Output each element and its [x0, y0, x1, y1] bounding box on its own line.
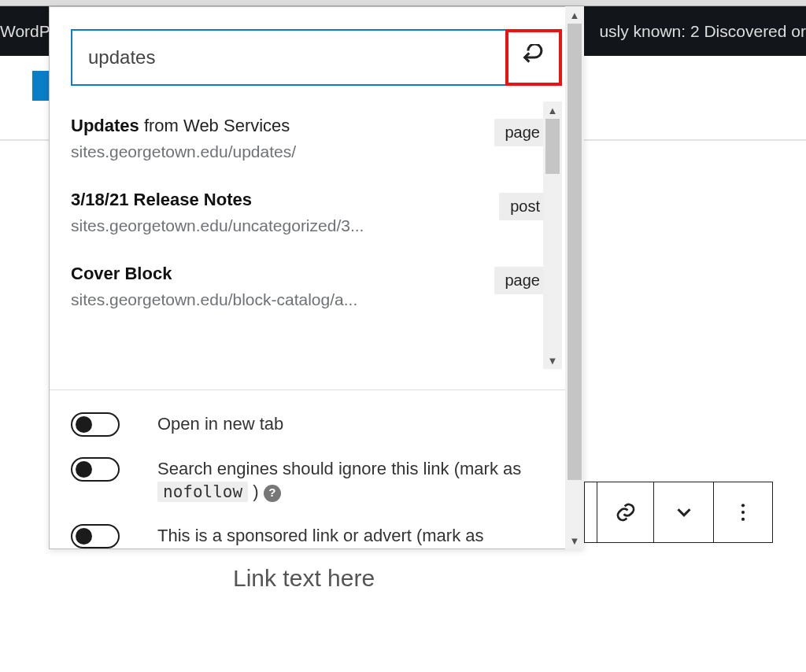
result-title-bold: Updates [71, 116, 139, 135]
option-label: This is a sponsored link or advert (mark… [157, 524, 484, 548]
result-title-rest: from Web Services [139, 116, 290, 135]
toggle-knob [76, 461, 92, 478]
option-nofollow: Search engines should ignore this link (… [71, 457, 562, 504]
block-toolbar [584, 482, 773, 543]
result-title-rest: Cover Block [71, 264, 172, 283]
chevron-down-icon [672, 500, 696, 524]
toggle-sponsored[interactable] [71, 524, 120, 548]
scroll-down-arrow-icon[interactable]: ▼ [570, 532, 580, 549]
result-url: sites.georgetown.edu/block-catalog/a... [71, 290, 494, 309]
toggle-nofollow[interactable] [71, 457, 120, 482]
result-title-rest: 3/18/21 Release Notes [71, 190, 252, 209]
result-title: Updates from Web Services [71, 116, 494, 136]
option-label: Open in new tab [157, 412, 283, 436]
svg-point-0 [741, 504, 745, 507]
link-results-inner[interactable]: Updates from Web Services sites.georgeto… [71, 102, 562, 369]
link-button[interactable] [597, 482, 654, 542]
toggle-knob [76, 416, 92, 433]
option-label: Search engines should ignore this link (… [157, 457, 562, 504]
option-open-new-tab: Open in new tab [71, 412, 562, 437]
result-title: Cover Block [71, 264, 494, 284]
option-sponsored: This is a sponsored link or advert (mark… [71, 524, 562, 548]
result-item[interactable]: Updates from Web Services sites.georgeto… [71, 102, 562, 175]
link-popover: Updates from Web Services sites.georgeto… [49, 6, 584, 549]
scroll-down-arrow-icon[interactable]: ▼ [548, 352, 558, 369]
toggle-knob [76, 528, 92, 545]
svg-point-1 [741, 511, 745, 514]
scroll-up-arrow-icon[interactable]: ▲ [570, 6, 580, 24]
scroll-up-arrow-icon[interactable]: ▲ [548, 102, 558, 119]
admin-bar-left-text: WordP [0, 22, 50, 41]
link-icon [614, 500, 638, 524]
editor-toolbar-fragment [32, 71, 50, 101]
window-chrome-bar [0, 0, 806, 6]
option-code: nofollow [157, 482, 248, 502]
scroll-track[interactable] [543, 119, 562, 352]
result-item[interactable]: Cover Block sites.georgetown.edu/block-c… [71, 249, 562, 323]
popover-scrollbar[interactable]: ▲ ▼ [565, 6, 584, 549]
option-text: ) [253, 482, 263, 501]
svg-point-2 [741, 518, 745, 521]
result-url: sites.georgetown.edu/uncategorized/3... [71, 216, 499, 235]
link-search-wrap [71, 29, 562, 86]
more-options-button[interactable] [714, 482, 772, 542]
result-item[interactable]: 3/18/21 Release Notes sites.georgetown.e… [71, 175, 562, 249]
dropdown-button[interactable] [654, 482, 714, 542]
more-vertical-icon [731, 500, 755, 524]
link-search-area [50, 7, 583, 102]
scroll-track[interactable] [565, 24, 584, 532]
submit-link-button[interactable] [505, 29, 562, 86]
enter-icon [520, 44, 547, 71]
toggle-open-new-tab[interactable] [71, 412, 120, 437]
link-options: Open in new tab Search engines should ig… [50, 390, 583, 548]
help-icon[interactable]: ? [264, 485, 281, 502]
link-text-placeholder[interactable]: Link text here [233, 565, 375, 592]
results-scrollbar[interactable]: ▲ ▼ [543, 102, 562, 369]
scroll-thumb[interactable] [568, 24, 582, 480]
result-url: sites.georgetown.edu/updates/ [71, 142, 494, 161]
link-results: Updates from Web Services sites.georgeto… [50, 102, 583, 390]
option-text: Search engines should ignore this link (… [157, 459, 521, 478]
scroll-thumb[interactable] [545, 119, 560, 174]
admin-bar-right-text: usly known: 2 Discovered or [599, 22, 806, 41]
result-title: 3/18/21 Release Notes [71, 190, 499, 210]
link-url-input[interactable] [72, 31, 560, 84]
toolbar-fragment [585, 482, 597, 542]
